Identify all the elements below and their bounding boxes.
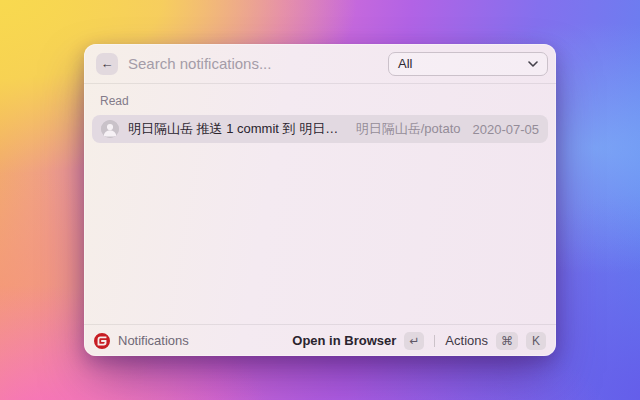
avatar bbox=[101, 120, 119, 138]
notification-row[interactable]: 明日隔山岳 推送 1 commit 到 明日隔山岳/potato 的 docum… bbox=[92, 115, 548, 143]
notification-date: 2020-07-05 bbox=[461, 122, 540, 137]
action-bar: Notifications Open in Browser ↵ Actions … bbox=[84, 324, 556, 356]
gitee-logo-icon bbox=[94, 333, 110, 349]
back-button[interactable]: ← bbox=[96, 53, 118, 75]
app-name: Notifications bbox=[118, 333, 189, 348]
back-arrow-icon: ← bbox=[101, 56, 114, 71]
filter-value: All bbox=[398, 56, 412, 71]
notifications-window: ← Search notifications... All Read 明日隔山岳 bbox=[84, 44, 556, 356]
search-input[interactable]: Search notifications... bbox=[128, 55, 388, 72]
k-key-icon: K bbox=[526, 332, 546, 350]
search-bar: ← Search notifications... All bbox=[84, 44, 556, 84]
footer-actions: Open in Browser ↵ Actions ⌘ K bbox=[292, 332, 546, 350]
notification-title: 明日隔山岳 推送 1 commit 到 明日隔山岳/potato 的 docum… bbox=[128, 120, 347, 138]
open-in-browser-button[interactable]: Open in Browser bbox=[292, 333, 396, 348]
actions-button[interactable]: Actions bbox=[445, 333, 488, 348]
person-icon bbox=[101, 120, 119, 138]
notification-repo: 明日隔山岳/potato bbox=[356, 120, 461, 138]
return-key-icon: ↵ bbox=[404, 332, 424, 350]
command-key-icon: ⌘ bbox=[496, 332, 518, 350]
section-header: Read bbox=[92, 92, 548, 115]
footer-divider bbox=[434, 335, 435, 347]
filter-dropdown[interactable]: All bbox=[388, 52, 548, 76]
notification-list: Read 明日隔山岳 推送 1 commit 到 明日隔山岳/potato 的 … bbox=[84, 84, 556, 324]
chevron-down-icon bbox=[528, 61, 538, 67]
